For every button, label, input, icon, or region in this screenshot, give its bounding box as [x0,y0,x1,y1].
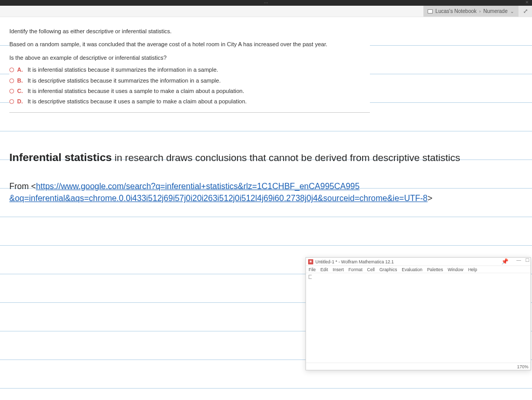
notebook-icon [428,9,433,14]
option-letter: D. [17,98,24,105]
breadcrumb[interactable]: Lucas's Notebook › Numerade ⌄ [423,6,518,17]
option-text: It is inferential statistics because it … [28,66,218,74]
option-letter: A. [17,66,24,74]
mathematica-titlebar[interactable]: ✶ Untitled-1 * - Wolfram Mathematica 12.… [306,258,530,266]
pin-icon[interactable]: 📌 [501,258,509,265]
question-scenario: Based on a random sample, it was conclud… [9,41,370,48]
question-divider [9,112,370,113]
option-letter: B. [17,77,24,85]
menu-palettes[interactable]: Palettes [427,267,443,272]
radio-icon[interactable] [9,68,14,72]
option-text: It is descriptive statistics because it … [28,98,247,105]
note-source: From <https://www.google.com/search?q=in… [9,180,518,204]
cell-bracket-icon[interactable] [309,275,312,279]
fullscreen-button[interactable]: ⤢ [518,6,532,17]
option-c[interactable]: C. It is inferential statistics because … [9,87,370,95]
menu-format[interactable]: Format [349,267,363,272]
from-label: From < [9,182,36,191]
question-block: Identify the following as either descrip… [9,28,370,113]
menu-help[interactable]: Help [468,267,477,272]
menu-edit[interactable]: Edit [321,267,328,272]
menu-file[interactable]: File [309,267,316,272]
chevron-down-icon[interactable]: ⌄ [510,9,514,14]
radio-icon[interactable] [9,78,14,83]
menu-insert[interactable]: Insert [332,267,343,272]
option-text: It is descriptive statistics because it … [28,77,221,85]
mathematica-statusbar: 170% [306,363,530,370]
close-angle: > [428,194,432,203]
option-a[interactable]: A. It is inferential statistics because … [9,66,370,74]
source-link[interactable]: https://www.google.com/search?q=inferent… [9,182,428,203]
expand-icon: ⤢ [523,8,528,15]
minimize-icon[interactable]: — [516,258,521,263]
breadcrumb-notebook: Lucas's Notebook [435,8,476,14]
menu-evaluation[interactable]: Evaluation [402,267,422,272]
note-rest: in research draws conclusions that canno… [112,152,460,163]
zoom-level[interactable]: 170% [517,364,528,369]
option-text: It is inferential statistics because it … [28,87,244,95]
option-b[interactable]: B. It is descriptive statistics because … [9,77,370,85]
menu-cell[interactable]: Cell [367,267,375,272]
breadcrumb-bar: Lucas's Notebook › Numerade ⌄ ⤢ [0,6,532,17]
window-buttons: — ☐ [516,258,529,263]
mathematica-icon: ✶ [308,259,313,264]
close-icon[interactable]: ✕ [525,0,529,5]
mathematica-title: Untitled-1 * - Wolfram Mathematica 12.1 [315,259,394,264]
notebook-page: Identify the following as either descrip… [0,17,532,400]
question-intro: Identify the following as either descrip… [9,28,370,35]
menu-graphics[interactable]: Graphics [379,267,397,272]
note-definition: Inferential statistics in research draws… [9,151,508,164]
maximize-icon[interactable]: ☐ [525,258,529,263]
radio-icon[interactable] [9,89,14,94]
chevron-right-icon: › [479,9,481,14]
mathematica-menubar: File Edit Insert Format Cell Graphics Ev… [306,266,530,273]
breadcrumb-page: Numerade [483,8,508,14]
menu-window[interactable]: Window [448,267,463,272]
option-letter: C. [17,87,24,95]
radio-icon[interactable] [9,99,14,104]
option-d[interactable]: D. It is descriptive statistics because … [9,98,370,105]
options-list: A. It is inferential statistics because … [9,66,370,106]
note-bold-term: Inferential statistics [9,151,112,163]
mathematica-window[interactable]: ✶ Untitled-1 * - Wolfram Mathematica 12.… [305,257,531,370]
app-titlebar: ⋯ ✕ [0,0,532,6]
titlebar-dots: ⋯ [264,1,269,5]
question-prompt: Is the above an example of descriptive o… [9,54,370,62]
mathematica-body[interactable] [306,273,530,363]
